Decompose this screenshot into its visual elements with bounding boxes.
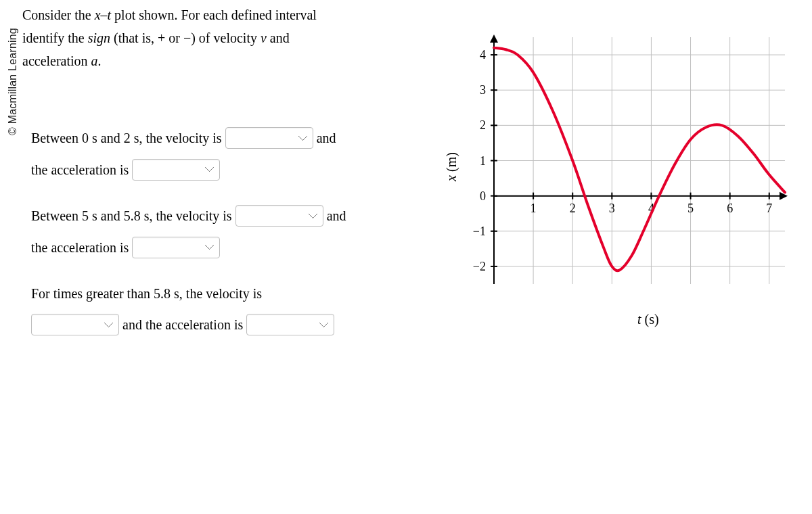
prompt-text: Consider the <box>22 7 95 22</box>
q2-acceleration-select[interactable] <box>132 237 220 258</box>
svg-text:5: 5 <box>687 202 694 215</box>
svg-text:7: 7 <box>766 202 772 215</box>
svg-text:3: 3 <box>480 83 486 97</box>
svg-marker-44 <box>490 34 498 43</box>
question-1: Between 0 s and 2 s, the velocity is and… <box>31 122 424 185</box>
x-axis-label: t (s) <box>637 312 659 327</box>
prompt-text: . <box>98 53 102 68</box>
question-2: Between 5 s and 5.8 s, the velocity is a… <box>31 200 424 262</box>
q1-acceleration-select[interactable] <box>132 159 220 181</box>
svg-text:3: 3 <box>609 202 615 215</box>
prompt-text: v <box>261 30 267 45</box>
q2-and: and <box>327 201 346 231</box>
prompt-text: sign <box>88 30 110 45</box>
answer-area: Between 0 s and 2 s, the velocity is and… <box>31 122 424 352</box>
svg-text:0: 0 <box>480 189 486 203</box>
q3-text: For times greater than 5.8 s, the veloci… <box>31 279 262 308</box>
prompt-text: plot shown. For each defined interval <box>111 7 317 22</box>
q1-and: and <box>317 123 336 153</box>
q1-text: Between 0 s and 2 s, the velocity is <box>31 123 222 153</box>
q3-mid: and the acceleration is <box>122 310 243 340</box>
prompt-text: acceleration <box>22 53 91 68</box>
svg-text:1: 1 <box>480 154 486 168</box>
prompt-text: identify the <box>22 30 88 45</box>
q2-text: Between 5 s and 5.8 s, the velocity is <box>31 201 232 231</box>
q1-text2: the acceleration is <box>31 155 129 185</box>
svg-text:1: 1 <box>531 202 537 215</box>
q1-velocity-select[interactable] <box>225 127 313 149</box>
y-axis-label: x (m) <box>444 152 459 181</box>
xt-plot: 1234567−2−101234 x (m) t (s) <box>447 27 798 325</box>
chart-svg: 1234567−2−101234 <box>447 27 798 325</box>
q2-velocity-select[interactable] <box>235 205 323 227</box>
q2-text2: the acceleration is <box>31 233 129 262</box>
prompt-text: x–t <box>95 7 111 22</box>
svg-marker-45 <box>780 192 788 200</box>
svg-text:4: 4 <box>480 48 486 62</box>
q3-acceleration-select[interactable] <box>246 314 334 335</box>
prompt-text: a <box>91 53 98 68</box>
svg-text:2: 2 <box>570 202 576 215</box>
prompt-text: (that is, + or −) of velocity <box>110 30 261 45</box>
question-prompt: Consider the x–t plot shown. For each de… <box>22 3 401 72</box>
copyright-text: © Macmillan Learning <box>7 28 19 135</box>
svg-text:−1: −1 <box>473 225 486 238</box>
svg-text:−2: −2 <box>473 260 486 273</box>
prompt-text: and <box>267 30 290 45</box>
q3-velocity-select[interactable] <box>31 314 119 335</box>
question-3: For times greater than 5.8 s, the veloci… <box>31 277 424 340</box>
svg-text:6: 6 <box>727 202 733 215</box>
svg-text:2: 2 <box>480 118 486 132</box>
